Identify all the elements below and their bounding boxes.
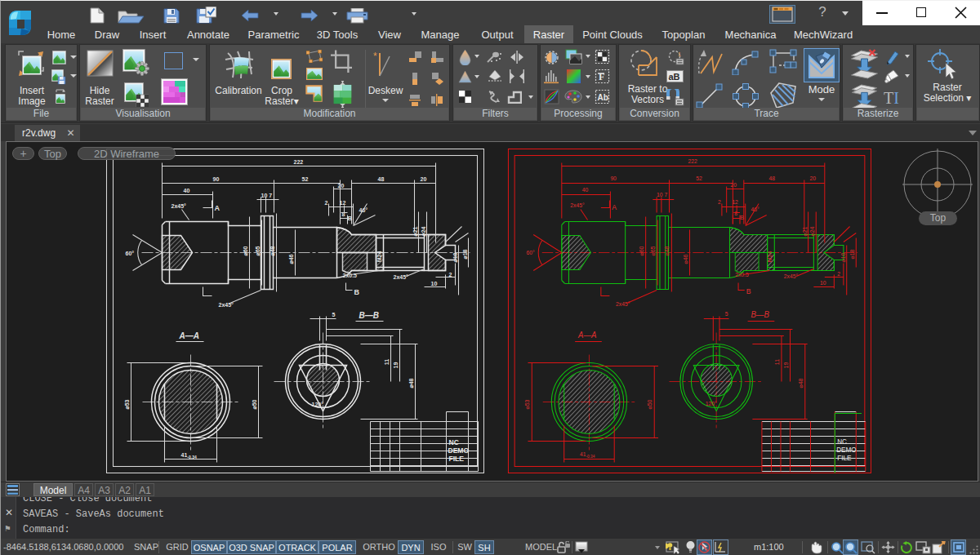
svg-text:*: *	[373, 51, 377, 62]
svg-text:F: F	[599, 71, 604, 82]
svg-text:1: 1	[678, 51, 681, 57]
svg-text:aB: aB	[669, 72, 680, 82]
svg-text:Ab: Ab	[598, 93, 608, 102]
